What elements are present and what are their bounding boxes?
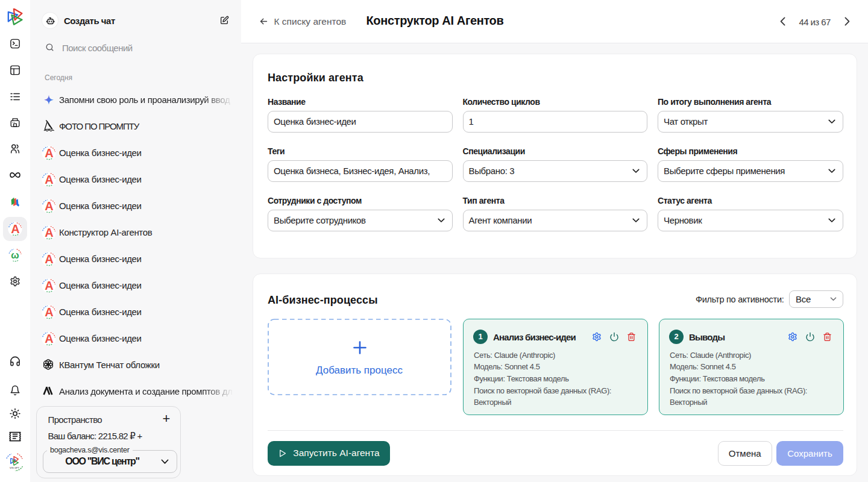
svg-text:A: A bbox=[45, 146, 53, 160]
svg-text:A: A bbox=[11, 222, 19, 236]
svg-text:A: A bbox=[45, 226, 53, 239]
svg-text:A: A bbox=[45, 252, 53, 266]
svg-text:A: A bbox=[45, 279, 53, 292]
svg-text:A: A bbox=[45, 332, 53, 345]
svg-text:A: A bbox=[45, 173, 53, 186]
svg-text:A: A bbox=[45, 199, 53, 213]
svg-text:ω: ω bbox=[11, 249, 19, 260]
svg-text:A: A bbox=[45, 305, 53, 319]
svg-text:VIS GPT: VIS GPT bbox=[10, 466, 19, 469]
